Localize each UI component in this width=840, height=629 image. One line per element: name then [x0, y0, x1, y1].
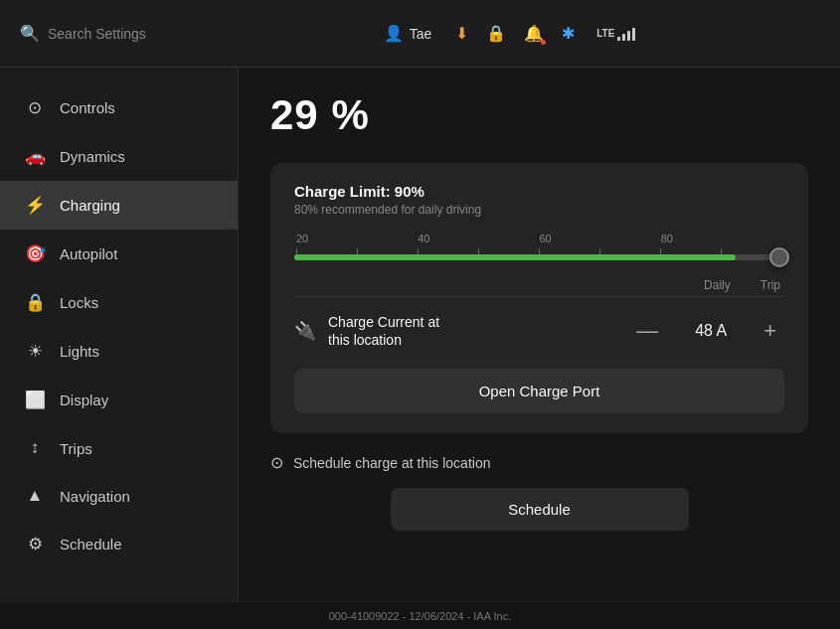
plug-icon: 🔌 [294, 320, 316, 342]
display-icon: ⬜ [24, 390, 46, 410]
top-bar: 🔍 Search Settings 👤 Tae ⬇ 🔒 🔔 ✱ LTE [0, 0, 840, 68]
charge-limit-card: Charge Limit: 90% 80% recommended for da… [270, 163, 808, 433]
sidebar: ⊙ Controls 🚗 Dynamics ⚡ Charging 🎯 Autop… [0, 68, 239, 629]
charge-recommendation: 80% recommended for daily driving [294, 203, 784, 217]
sidebar-item-display[interactable]: ⬜ Display [0, 376, 238, 424]
top-bar-center: 👤 Tae ⬇ 🔒 🔔 ✱ LTE [199, 24, 820, 43]
slider-fill [294, 254, 736, 260]
sidebar-item-autopilot[interactable]: 🎯 Autopilot [0, 230, 238, 278]
schedule-row: ⊙ Schedule charge at this location [270, 453, 808, 472]
lte-label: LTE [596, 28, 614, 39]
charge-current-row: 🔌 Charge Current at this location — 48 A… [294, 296, 784, 365]
footer-bar: 000-41009022 - 12/06/2024 - IAA Inc. [0, 601, 840, 629]
charge-current-label: Charge Current at this location [328, 313, 628, 349]
schedule-section: ⊙ Schedule charge at this location Sched… [270, 453, 808, 531]
charge-current-value: 48 A [686, 322, 736, 340]
signal-area: LTE [592, 27, 635, 41]
bluetooth-icon[interactable]: ✱ [562, 24, 575, 43]
sidebar-item-navigation[interactable]: ▲ Navigation [0, 472, 238, 520]
sidebar-item-locks[interactable]: 🔒 Locks [0, 278, 238, 327]
locks-icon: 🔒 [24, 292, 46, 313]
navigation-icon: ▲ [24, 486, 46, 506]
lights-icon: ☀ [24, 341, 46, 362]
sidebar-item-dynamics[interactable]: 🚗 Dynamics [0, 132, 238, 181]
autopilot-icon: 🎯 [24, 243, 46, 264]
charge-current-controls: — 48 A + [628, 314, 784, 348]
search-placeholder: Search Settings [48, 26, 146, 42]
user-info: 👤 Tae [384, 24, 432, 43]
charge-limit-label: Charge Limit: 90% [294, 183, 784, 200]
dynamics-icon: 🚗 [24, 146, 46, 167]
slider-tick-labels: 20 40 60 80 [294, 233, 784, 244]
top-icons: ⬇ 🔒 🔔 ✱ LTE [455, 24, 635, 43]
trips-icon: ↕ [24, 438, 46, 458]
schedule-row-label: Schedule charge at this location [293, 455, 490, 471]
sidebar-label-autopilot: Autopilot [60, 245, 117, 262]
sidebar-item-trips[interactable]: ↕ Trips [0, 424, 238, 472]
lock-icon[interactable]: 🔒 [486, 24, 506, 43]
sidebar-label-trips: Trips [60, 440, 92, 457]
decrease-current-button[interactable]: — [628, 314, 666, 348]
slider-thumb[interactable] [769, 247, 789, 267]
sidebar-item-charging[interactable]: ⚡ Charging [0, 181, 238, 230]
footer-text: 000-41009022 - 12/06/2024 - IAA Inc. [329, 610, 511, 622]
tick-60: 60 [540, 233, 552, 244]
charge-slider-container[interactable] [294, 254, 784, 260]
notification-icon[interactable]: 🔔 [524, 24, 544, 43]
charge-percentage: 29 % [270, 91, 808, 139]
signal-bars [617, 27, 635, 41]
sidebar-label-navigation: Navigation [60, 488, 130, 505]
sidebar-label-locks: Locks [60, 294, 98, 311]
tick-80: 80 [661, 233, 673, 244]
sidebar-item-lights[interactable]: ☀ Lights [0, 327, 238, 376]
schedule-charge-icon: ⊙ [270, 453, 283, 472]
sidebar-label-charging: Charging [60, 197, 120, 214]
right-panel: 29 % Charge Limit: 90% 80% recommended f… [239, 68, 840, 629]
user-icon: 👤 [384, 24, 404, 43]
tick-20: 20 [296, 233, 308, 244]
sidebar-label-schedule: Schedule [60, 536, 122, 552]
sidebar-item-controls[interactable]: ⊙ Controls [0, 83, 238, 132]
controls-icon: ⊙ [24, 97, 46, 118]
search-area[interactable]: 🔍 Search Settings [20, 24, 199, 43]
charging-icon: ⚡ [24, 195, 46, 216]
daily-trip-labels: Daily Trip [294, 278, 784, 292]
open-charge-port-button[interactable]: Open Charge Port [294, 369, 784, 413]
sidebar-label-lights: Lights [60, 343, 99, 360]
sidebar-label-dynamics: Dynamics [60, 148, 125, 165]
sidebar-label-display: Display [60, 392, 108, 408]
search-icon: 🔍 [20, 24, 40, 43]
user-name: Tae [410, 26, 432, 42]
main-content: ⊙ Controls 🚗 Dynamics ⚡ Charging 🎯 Autop… [0, 68, 840, 629]
slider-track [294, 254, 784, 260]
download-icon[interactable]: ⬇ [455, 24, 468, 43]
trip-label: Trip [760, 278, 780, 292]
sidebar-label-controls: Controls [60, 99, 115, 116]
schedule-icon: ⚙ [24, 534, 46, 554]
schedule-button[interactable]: Schedule [391, 488, 689, 531]
sidebar-item-schedule[interactable]: ⚙ Schedule [0, 520, 238, 568]
tick-40: 40 [418, 233, 429, 244]
daily-label: Daily [704, 278, 731, 292]
increase-current-button[interactable]: + [756, 314, 784, 348]
